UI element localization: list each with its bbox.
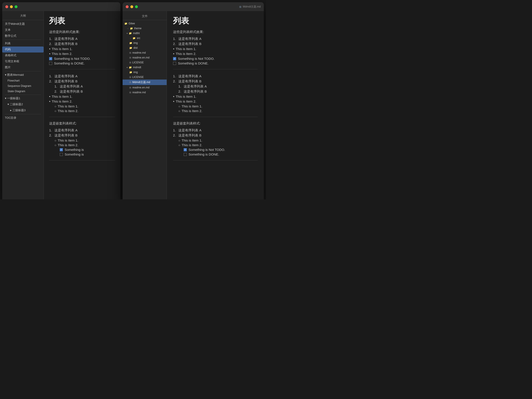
sidebar-item-h2[interactable]: ▾ 二级标题2 <box>2 101 44 107</box>
left-section-2: 1.这是有序列表 A 2.这是有序列表 B 1.这是有序列表 A 2.这是有序列… <box>49 74 115 117</box>
list-item: This is Item 1. <box>178 138 258 143</box>
right-section3-label: 这是嵌套列表样式: <box>173 121 258 126</box>
folder-icon: 📁 <box>129 42 132 45</box>
tree-item-license2[interactable]: ⊞ LICENSE <box>123 75 167 79</box>
left-section3-label: 这是嵌套列表样式: <box>49 121 115 126</box>
right-window: ⊞ Mdmdt主题.md 文件 📁 Gitee → 📁 theme ▾ 📁 md… <box>123 2 264 199</box>
right-nested-bullets-3: This is Item 1. This is Item 2. <box>173 138 258 147</box>
minimize-button[interactable] <box>10 5 13 8</box>
tree-item-readme-en[interactable]: ⊞ readme.en.md <box>123 55 167 60</box>
nested-bullets: This is Item 1. This is Item 2. <box>49 138 115 147</box>
tree-item-mdmdt-main[interactable]: ⊞ Mdmdt主题.md <box>123 79 167 85</box>
list-item: This is Item 2. <box>178 109 258 113</box>
file-icon: ⊞ <box>129 86 131 89</box>
right-close-button[interactable] <box>126 5 129 8</box>
sidebar-item-blockquote[interactable]: 引用文本框 <box>2 59 44 65</box>
todo-item-checked: Something is Not TODO. <box>49 56 115 61</box>
list-item: 2.这是有序列表 B <box>173 41 258 46</box>
file-icon: ⊞ <box>129 56 131 59</box>
file-tree-title: 文件 <box>123 12 167 20</box>
todo-item-unchecked-2: Something is <box>60 152 115 157</box>
close-button[interactable] <box>5 5 8 8</box>
sidebar-divider-2 <box>5 71 41 71</box>
folder-icon: 📁 <box>129 71 132 74</box>
bullet-open-icon <box>54 138 56 142</box>
folder-icon: 📁 <box>133 37 136 40</box>
file-icon: ⊞ <box>129 81 131 84</box>
sidebar-item-math[interactable]: 数学公式 <box>2 33 44 39</box>
sidebar-divider-3 <box>5 95 41 95</box>
tree-item-readme-md2[interactable]: ⊞ readme.md <box>123 90 167 95</box>
tree-item-img2[interactable]: 📁 img <box>123 70 167 75</box>
list-item: 2.这是有序列表 B <box>49 41 115 46</box>
list-item: This is Item 1. <box>49 46 115 51</box>
list-item: This is Item 1. <box>54 138 115 143</box>
left-main-content: 列表 这些是列表样式效果: 1.这是有序列表 A 2.这是有序列表 B This… <box>44 11 120 199</box>
list-item: 1.这是有序列表 A <box>178 84 258 89</box>
arrow-icon: → <box>127 27 129 30</box>
sidebar-item-image[interactable]: 图片 <box>2 65 44 71</box>
sidebar-item-text[interactable]: 文本 <box>2 27 44 33</box>
bullet-icon <box>49 52 51 56</box>
list-item: 1.这是有序列表 A <box>49 74 115 79</box>
folder-icon: 📁 <box>129 32 132 35</box>
sidebar-item-state[interactable]: State Diagram <box>2 89 44 94</box>
file-tree: 文件 📁 Gitee → 📁 theme ▾ 📁 mdtht → 📁 src <box>123 11 167 199</box>
list-item: 2.这是有序列表 B <box>173 79 258 84</box>
sidebar-item-h3[interactable]: ▸ 三级标题3 <box>2 107 44 113</box>
bullet-icon <box>173 95 174 98</box>
checkbox-checked[interactable] <box>49 57 52 60</box>
sidebar: 大纲 关于Mdmdt主题 文本 数学公式 列表 代码 表格样式 引用文本框 图片… <box>2 11 44 199</box>
checkbox-unchecked-2[interactable] <box>60 153 63 156</box>
checkbox-unchecked[interactable] <box>49 62 52 65</box>
folder-icon: 📁 <box>124 22 127 25</box>
checkbox-checked-2[interactable] <box>60 148 63 151</box>
list-item: This is Item 2. <box>173 51 258 56</box>
tree-item-theme[interactable]: → 📁 theme <box>123 26 167 31</box>
sidebar-item-sequence[interactable]: Sequence Diagram <box>2 83 44 89</box>
right-fullscreen-button[interactable] <box>135 5 138 8</box>
right-todo-unchecked: Something is DONE. <box>173 61 258 65</box>
sidebar-item-flowchart[interactable]: Flowchart <box>2 78 44 83</box>
bullet-open-icon <box>178 143 180 147</box>
tree-item-dist[interactable]: 📁 dist <box>123 46 167 50</box>
right-checkbox-unchecked[interactable] <box>173 62 176 65</box>
right-checkbox-unchecked-3[interactable] <box>184 153 187 156</box>
right-body: 文件 📁 Gitee → 📁 theme ▾ 📁 mdtht → 📁 src <box>123 11 264 199</box>
right-minimize-button[interactable] <box>130 5 133 8</box>
bullet-open-icon <box>54 109 56 113</box>
right-checkbox-checked-3[interactable] <box>184 148 187 151</box>
bullet-icon <box>173 99 174 104</box>
bullet-icon <box>49 47 51 51</box>
file-icon: ⊞ <box>129 91 131 94</box>
tree-item-img1[interactable]: 📁 img <box>123 40 167 46</box>
tree-item-readme-md[interactable]: ⊞ readme.md <box>123 50 167 55</box>
file-icon: ⊞ <box>129 51 131 54</box>
sidebar-item-about[interactable]: 关于Mdmdt主题 <box>2 21 44 27</box>
list-item: This is Item 1. <box>173 46 258 51</box>
tree-item-readme-en2[interactable]: ⊞ readme.en.md <box>123 85 167 90</box>
tree-item-license1[interactable]: ⊞ LICENSE <box>123 60 167 65</box>
list-item: 2.这是有序列表 B <box>49 133 115 138</box>
arrow-icon: ▾ <box>127 32 128 35</box>
list-item: This is Item 2. <box>178 143 258 147</box>
list-item: 2.这是有序列表 B <box>54 89 115 94</box>
sidebar-item-h1[interactable]: ▾ 一级标题1 <box>2 96 44 101</box>
fullscreen-button[interactable] <box>15 5 18 8</box>
sidebar-item-table[interactable]: 表格样式 <box>2 52 44 59</box>
tree-item-mdmdt[interactable]: ▾ 📁 mdmdt <box>123 65 167 70</box>
tree-item-src[interactable]: → 📁 src <box>123 36 167 40</box>
right-nested-ordered: 1.这是有序列表 A 2.这是有序列表 B <box>173 84 258 94</box>
right-page-title: 列表 <box>173 15 258 26</box>
bullet-open-icon <box>54 104 56 108</box>
tree-item-gitee[interactable]: 📁 Gitee <box>123 21 167 26</box>
arrow-icon: ▾ <box>127 66 128 69</box>
sidebar-item-toc[interactable]: TOC目录 <box>2 115 44 121</box>
tree-item-mdtht[interactable]: ▾ 📁 mdtht <box>123 31 167 36</box>
bullet-open-icon <box>178 138 180 142</box>
sidebar-item-list[interactable]: 列表 <box>2 40 44 46</box>
list-item: 2.这是有序列表 B <box>173 133 258 138</box>
sidebar-item-code[interactable]: 代码 <box>2 46 44 52</box>
right-checkbox-checked[interactable] <box>173 57 176 60</box>
sidebar-item-mermaid[interactable]: ▾ 图表Mermaid <box>2 72 44 78</box>
